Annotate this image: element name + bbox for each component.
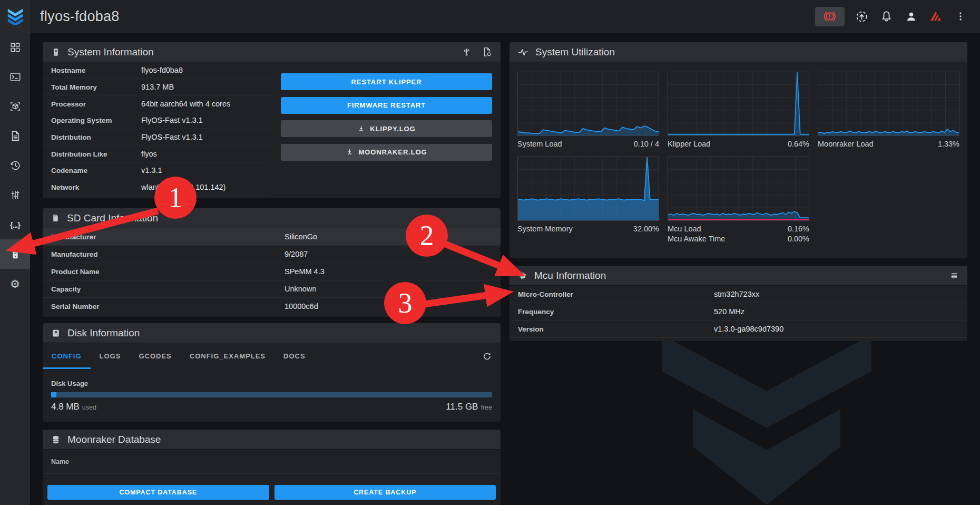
cube-scan-icon <box>9 101 21 112</box>
sidebar: {...} ⚙ <box>0 33 30 505</box>
harddisk-icon <box>51 328 61 338</box>
row-value: flyos <box>141 150 157 158</box>
table-row: Micro-Controllerstm32h723xx <box>509 286 967 303</box>
row-label: Capacity <box>51 285 81 293</box>
mcu-menu-button[interactable] <box>949 271 959 280</box>
page-title: flyos-fdoba8 <box>30 8 120 25</box>
sidebar-item-history[interactable] <box>0 151 30 180</box>
account-button[interactable] <box>903 8 919 24</box>
disk-used-text: 4.8 MBused <box>51 402 96 412</box>
topbar-actions <box>815 7 980 26</box>
table-row: Serial Number10000c6d <box>43 298 501 315</box>
system-utilization-header: System Utilization <box>509 42 967 62</box>
emergency-stop-icon <box>823 9 837 23</box>
database-table-header: Name <box>43 450 501 474</box>
klipper-load-plot <box>668 72 809 136</box>
panel-title: SD Card Information <box>67 212 158 224</box>
background-brand-watermark <box>598 335 935 505</box>
row-label: Distribution Like <box>51 150 107 158</box>
sidebar-item-gcode-viewer[interactable] <box>0 92 30 121</box>
row-label: Hostname <box>51 66 85 74</box>
usb-devices-button[interactable] <box>462 47 472 57</box>
chart-value: 0.64% <box>788 140 809 148</box>
mcu-load-plot <box>668 157 809 221</box>
row-value: SPeMM 4.3 <box>285 267 325 276</box>
tab-config[interactable]: CONFIG <box>43 343 91 369</box>
compact-database-button[interactable]: COMPACT DATABASE <box>47 485 269 500</box>
table-row: ManufacturerSiliconGo <box>43 228 501 246</box>
code-braces-icon: {...} <box>10 220 20 229</box>
tab-gcodes[interactable]: GCODES <box>130 343 180 369</box>
table-row: Product NameSPeMM 4.3 <box>43 263 501 280</box>
system-load-chart: System Load 0.10 / 4 <box>517 72 659 148</box>
mcu-information-panel: Mcu Information Micro-Controllerstm32h72… <box>509 266 967 341</box>
pulse-chart-icon <box>518 47 528 57</box>
sidebar-item-settings[interactable]: ⚙ <box>0 269 30 298</box>
emergency-stop-button[interactable] <box>815 7 845 26</box>
tab-docs[interactable]: DOCS <box>275 343 315 369</box>
bell-icon <box>880 10 893 23</box>
row-value: FlyOS-Fast v1.3.1 <box>141 133 203 141</box>
file-refresh-button[interactable] <box>482 47 492 57</box>
panel-title: System Utilization <box>535 46 615 58</box>
row-label: Operating System <box>51 116 112 124</box>
row-label: Distribution <box>51 133 91 141</box>
firmware-restart-button[interactable]: FIRMWARE RESTART <box>281 97 492 114</box>
server-icon <box>51 47 61 57</box>
table-row: Processor64bit aarch64 with 4 cores <box>43 95 271 112</box>
tab-logs[interactable]: LOGS <box>91 343 130 369</box>
app-logo[interactable] <box>0 0 30 33</box>
sidebar-item-gcode-files[interactable] <box>0 121 30 151</box>
row-value: Unknown <box>285 285 316 293</box>
row-value: 520 MHz <box>714 307 744 316</box>
table-row: Total Memory913.7 MB <box>43 79 271 96</box>
history-icon <box>9 160 21 171</box>
refresh-button[interactable] <box>482 351 492 361</box>
klipper-load-chart: Klipper Load 0.64% <box>668 72 809 148</box>
row-label: Version <box>518 325 544 333</box>
sd-card-table: ManufacturerSiliconGo Manufactured9/2087… <box>43 228 501 315</box>
tune-sliders-icon <box>9 189 21 201</box>
button-label: FIRMWARE RESTART <box>347 101 426 109</box>
sidebar-item-console[interactable] <box>0 62 30 92</box>
disk-information-panel: Disk Information CONFIG LOGS GCODES CONF… <box>43 323 501 422</box>
server-icon <box>9 248 21 260</box>
sidebar-item-tune[interactable] <box>0 180 30 210</box>
notifications-button[interactable] <box>878 8 894 24</box>
table-row: Networkwlan0 (192.168.101.142) <box>43 179 271 196</box>
row-value: 9/2087 <box>285 250 308 258</box>
tab-config-examples[interactable]: CONFIG_EXAMPLES <box>181 343 275 369</box>
row-value: 64bit aarch64 with 4 cores <box>141 100 230 108</box>
chart-label: Klipper Load <box>668 140 710 148</box>
klippy-log-button[interactable]: KLIPPY.LOG <box>281 120 492 137</box>
layers-logo-icon <box>6 7 24 25</box>
utilization-charts-row1: System Load 0.10 / 4 Klipper Load 0.64% … <box>509 72 967 148</box>
sidebar-item-dashboard[interactable] <box>0 33 30 62</box>
create-backup-button[interactable]: CREATE BACKUP <box>275 485 496 500</box>
gear-icon: ⚙ <box>10 278 20 289</box>
update-status-button[interactable] <box>854 8 869 24</box>
sidebar-item-machine[interactable] <box>0 239 30 269</box>
sidebar-item-machine-config[interactable]: {...} <box>0 210 30 239</box>
row-value: FlyOS-Fast v1.3.1 <box>141 116 203 124</box>
row-value: v1.3.0-ga98c9d7390 <box>714 325 783 333</box>
sd-card-header: SD Card Information <box>43 208 501 228</box>
system-information-panel: System Information Hostnameflyos-fd0ba8 <box>43 42 501 198</box>
row-label: Codename <box>51 167 87 174</box>
chart-value: 0.00% <box>788 235 809 243</box>
disk-usage-bar <box>51 392 492 397</box>
button-label: CREATE BACKUP <box>354 489 416 496</box>
table-row: Manufactured9/2087 <box>43 246 501 263</box>
row-label: Frequency <box>518 308 554 316</box>
table-row: Versionv1.3.0-ga98c9d7390 <box>509 321 967 338</box>
chart-label: System Memory <box>517 225 573 233</box>
row-value: SiliconGo <box>285 232 317 241</box>
table-row: Distribution Likeflyos <box>43 145 271 162</box>
row-label: Manufacturer <box>51 233 96 241</box>
restart-klipper-button[interactable]: RESTART KLIPPER <box>281 73 492 90</box>
vertical-dots-icon <box>955 10 966 23</box>
overflow-menu-button[interactable] <box>953 8 968 24</box>
moonraker-log-button[interactable]: MOONRAKER.LOG <box>281 144 492 161</box>
brand-logo-button[interactable] <box>928 8 944 24</box>
row-label: Product Name <box>51 268 100 276</box>
